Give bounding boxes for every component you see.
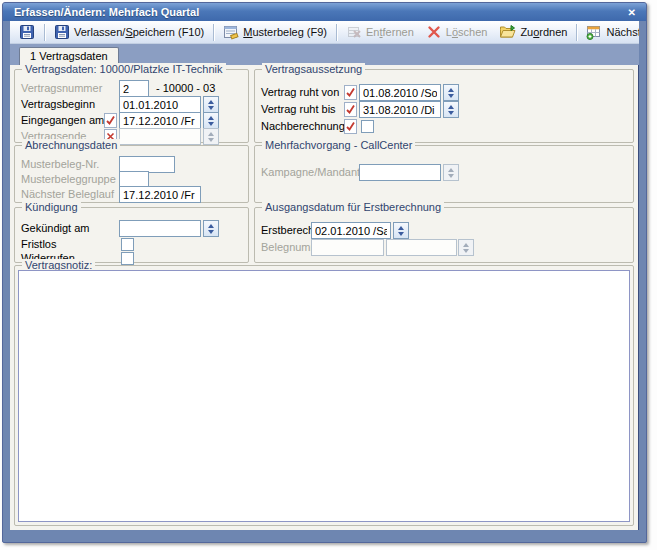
group-caption: Vertragsaussetzung (262, 63, 365, 75)
modified-check-icon[interactable] (344, 85, 357, 100)
vertragsbeginn-input[interactable] (119, 96, 201, 113)
button-label: Verlassen/ (74, 26, 125, 38)
group-callcenter: Mehrfachvorgang - CallCenter Kampagne/Ma… (254, 145, 634, 203)
field-label: Eingegangen am (21, 114, 104, 126)
remove-grid-icon (346, 24, 362, 40)
toolbar-separator (44, 24, 45, 41)
vertragsende-input (119, 128, 201, 145)
toolbar-separator (576, 24, 577, 41)
kampagne-mandant-input[interactable] (359, 164, 441, 181)
naechster-beleglauf-button[interactable]: Nächster Beleglauf (580, 22, 639, 42)
vertragsbeginn-spinner[interactable] (203, 96, 219, 113)
dialog-window: Erfassen/Ändern: Mehrfach Quartal ✕ Ve (2, 2, 647, 543)
group-abrechnungsdaten: Abrechnungsdaten Musterbeleg-Nr. Musterb… (14, 145, 249, 203)
button-label: Zu (520, 26, 533, 38)
field-label: Musterbeleg-Nr. (21, 158, 99, 170)
button-label: En (366, 26, 379, 38)
vertragsnummer-suffix: - 10000 - 03 (156, 82, 215, 94)
toolbar-separator (336, 24, 337, 41)
erstberechnung-zum-input[interactable] (311, 222, 391, 239)
button-label: S (125, 26, 132, 38)
button-label: Nächster Beleglauf (606, 26, 639, 38)
nachberechnung-checkbox[interactable] (361, 120, 374, 133)
button-label: rdnen (539, 26, 567, 38)
field-label: Vertrag ruht von (261, 86, 339, 98)
gekuendigt-am-input[interactable] (119, 220, 201, 237)
field-label: Vertragsnummer (21, 82, 102, 94)
folder-assign-icon (499, 24, 516, 40)
titlebar[interactable]: Erfassen/Ändern: Mehrfach Quartal ✕ (3, 3, 646, 21)
button-label: schen (458, 26, 487, 38)
belegnummer-input-2 (386, 239, 457, 256)
vertragsende-spinner (203, 128, 219, 145)
widerrufen-checkbox[interactable] (121, 252, 134, 265)
vertrag-ruht-von-spinner[interactable] (443, 84, 459, 101)
leave-save-button[interactable]: Verlassen/Speichern (F10) (48, 22, 210, 42)
field-label: Nächster Beleglauf (21, 188, 114, 200)
field-label: Nachberechnung (261, 120, 345, 132)
group-caption: Ausgangsdatum für Erstberechnung (262, 201, 444, 213)
eingegangen-am-spinner[interactable] (203, 112, 219, 129)
modified-check-icon[interactable] (344, 119, 357, 134)
tab-strip: 1 Vertragsdaten (10, 44, 639, 65)
loeschen-button: Löschen (420, 22, 494, 42)
field-label: Vertrag ruht bis (261, 103, 336, 115)
vertrag-ruht-bis-spinner[interactable] (443, 101, 459, 118)
zuordnen-button[interactable]: Zuordnen (493, 22, 573, 42)
floppy-exit-icon (54, 24, 70, 40)
group-vertragsaussetzung: Vertragsaussetzung Vertrag ruht von Vert… (254, 69, 634, 143)
field-label: Gekündigt am (21, 222, 89, 234)
kampagne-mandant-spinner (443, 164, 459, 181)
erstberechnung-zum-spinner[interactable] (393, 222, 409, 239)
floppy-icon (19, 24, 35, 40)
group-caption: Mehrfachvorgang - CallCenter (262, 139, 415, 151)
window-body: Verlassen/Speichern (F10) Musterbeleg (F… (10, 21, 639, 530)
group-vertragsnotiz: Vertragsnotiz: (14, 265, 634, 526)
group-caption: Vertragsdaten: 10000/Platzke IT-Technik (22, 63, 226, 75)
group-erstberechnung: Ausgangsdatum für Erstberechnung Erstber… (254, 207, 634, 263)
musterbeleg-button[interactable]: Musterbeleg (F9) (217, 22, 333, 42)
window-title: Erfassen/Ändern: Mehrfach Quartal (14, 6, 626, 18)
vertrag-ruht-von-input[interactable] (359, 84, 441, 101)
group-caption: Abrechnungsdaten (22, 139, 120, 151)
field-label: Fristlos (21, 238, 56, 250)
entfernen-button: Entfernen (340, 22, 420, 42)
belegnummer-spinner (458, 239, 474, 256)
group-kuendigung: Kündigung Gekündigt am Fristlos Widerruf… (14, 207, 249, 263)
modified-check-icon[interactable] (344, 102, 357, 117)
field-label: Kampagne/Mandant (261, 166, 360, 178)
delete-x-icon (426, 24, 442, 40)
group-caption: Kündigung (22, 201, 81, 213)
form-icon (223, 24, 239, 40)
field-label: Musterbeleggruppe (21, 173, 116, 185)
eingegangen-am-input[interactable] (119, 112, 201, 129)
vertragsnummer-input[interactable] (119, 80, 149, 97)
table-run-icon (586, 24, 602, 40)
field-label: Vertragsbeginn (21, 98, 95, 110)
vertragsnotiz-textarea[interactable] (18, 270, 630, 522)
belegnummer-input-1 (311, 239, 384, 256)
form-panel: Vertragsdaten: 10000/Platzke IT-Technik … (10, 65, 639, 530)
button-label: peichern (F10) (133, 26, 205, 38)
naechster-beleglauf-input[interactable] (119, 186, 201, 203)
button-label: fernen (383, 26, 414, 38)
vertrag-ruht-bis-input[interactable] (359, 101, 441, 118)
toolbar: Verlassen/Speichern (F10) Musterbeleg (F… (10, 21, 639, 44)
button-label: usterbeleg (F9) (252, 26, 327, 38)
gekuendigt-am-spinner[interactable] (203, 220, 219, 237)
close-button[interactable]: ✕ (626, 7, 638, 18)
save-button[interactable] (13, 22, 41, 42)
group-vertragsdaten: Vertragsdaten: 10000/Platzke IT-Technik … (14, 69, 249, 143)
modified-check-icon[interactable] (104, 113, 117, 128)
toolbar-separator (213, 24, 214, 41)
